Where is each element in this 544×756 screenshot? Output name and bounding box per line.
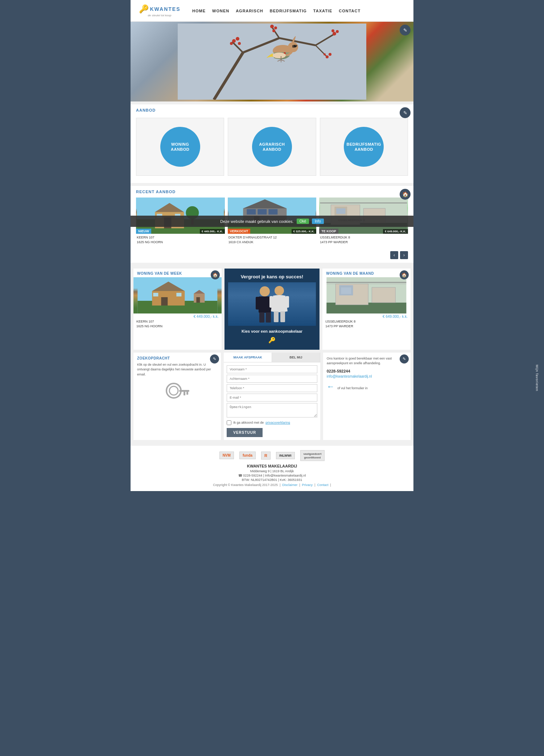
footer: NVM funda R INLWWI vastgoedcertgecertifi… [131, 446, 413, 491]
svg-point-10 [238, 42, 241, 45]
price-badge-0: € 449.000,- K.K. [200, 229, 225, 234]
aanbod-circle-bedrijfsmatig[interactable]: BEDRIJFSMATIGAANBOD [344, 127, 384, 167]
logo[interactable]: 🔑 KWANTES de sleutel tot koop [138, 4, 181, 17]
privacy-check-row: Ik ga akkoord met de privacyverklaring [227, 420, 317, 425]
nav-agrarisch[interactable]: AGRARISCH [236, 9, 263, 13]
maand-addr1: IJSSELMEERDIJK 8 [325, 319, 408, 324]
maand-house-img [322, 277, 411, 313]
cookie-text: Deze website maakt gebruik van cookies. [220, 219, 293, 224]
aanbod-card-agrarisch[interactable]: AGRARISCHAANBOD [228, 118, 316, 176]
svg-point-13 [274, 26, 277, 29]
maand-house-svg [322, 277, 411, 313]
privacy-label: Ik ga akkoord met de [233, 421, 264, 424]
funda-logo: funda [239, 452, 256, 459]
price-badge-2: € 649.000,- K.K. [383, 229, 408, 234]
edit-icon: ✎ [403, 357, 406, 361]
recent-edit-button[interactable]: 🏠 [400, 189, 411, 200]
week-edit-button[interactable]: 🏠 [211, 270, 220, 279]
svg-rect-68 [259, 296, 271, 313]
contact-email-link[interactable]: info@kwantesmakelaardij.nl [327, 374, 372, 378]
aanbod-card-woning[interactable]: WONINGAANBOD [136, 118, 224, 176]
svg-rect-62 [153, 293, 158, 296]
svg-point-67 [260, 286, 270, 296]
tab-bel-mij[interactable]: BEL MIJ [272, 353, 320, 362]
favorieten-tab[interactable]: Mijn favorieten [534, 360, 540, 396]
logo-text: KWANTES [150, 6, 181, 12]
zoekopdracht-edit-button[interactable]: ✎ [210, 354, 219, 364]
aanbod-title: AANBOD [131, 104, 413, 114]
svg-point-18 [326, 55, 329, 58]
next-arrow[interactable]: › [400, 251, 408, 259]
svg-point-19 [329, 53, 331, 56]
form-area: Ik ga akkoord met de privacyverklaring V… [224, 362, 320, 440]
svg-point-12 [270, 25, 274, 28]
footer-logos: NVM funda R INLWWI vastgoedcertgecertifi… [138, 450, 406, 461]
people-svg [245, 284, 299, 324]
recent-addr2-2: 1473 PP WARDER [320, 240, 407, 245]
aanbod-circle-woning[interactable]: WONINGAANBOD [160, 127, 200, 167]
contact-form-col: MAAK AFSPRAAK BEL MIJ Ik ga akkoord met … [224, 353, 320, 440]
email-input[interactable] [227, 394, 317, 402]
form-tabs: MAAK AFSPRAAK BEL MIJ [224, 353, 320, 362]
hero-image [131, 22, 413, 101]
nav-bedrijfsmatig[interactable]: BEDRIJFSMATIG [270, 9, 307, 13]
prev-arrow[interactable]: ‹ [390, 251, 398, 259]
r-logo: R [261, 452, 271, 460]
edit-icon: ✎ [403, 28, 407, 33]
hero-edit-button[interactable]: ✎ [400, 25, 411, 36]
svg-rect-81 [372, 287, 396, 303]
recent-card-info-0: KEERN 107 1625 NG HOORN [136, 234, 225, 246]
footer-phone: ☎ 0228-592244 | Info@kwantesmakelaardij.… [138, 474, 406, 477]
telefoon-input[interactable] [227, 384, 317, 392]
footer-privacy-link[interactable]: Privacy [302, 483, 313, 487]
promo-people-img [228, 282, 316, 326]
arrow-icon: ← [327, 382, 335, 391]
zoekopdracht-col: ✎ ZOEKOPDRACHT Klik op de sleutel en vul… [133, 353, 221, 440]
nav-home[interactable]: HOME [192, 9, 206, 13]
cookie-info-button[interactable]: Info [312, 219, 324, 224]
svg-rect-66 [196, 297, 200, 303]
verstuur-button[interactable]: VERSTUUR [227, 428, 263, 437]
nav-wonen[interactable]: WONEN [212, 9, 229, 13]
maand-addr: IJSSELMEERDIJK 8 1473 PP WARDER [322, 319, 411, 331]
lower-section: ✎ ZOEKOPDRACHT Klik op de sleutel en vul… [131, 353, 413, 443]
privacy-checkbox[interactable] [227, 420, 231, 425]
svg-rect-83 [341, 287, 351, 294]
voornaam-input[interactable] [227, 365, 317, 373]
week-title: WONING VAN DE WEEK [133, 269, 222, 277]
recent-title: RECENT AANBOD [131, 186, 413, 196]
zoekopdracht-text: Klik op de sleutel en vul een zoekopdrac… [137, 362, 217, 377]
maand-price: € 649.000,- k.k. [322, 313, 411, 319]
footer-copyright: Copyright © Kwantes Makelaardij 2017-202… [138, 483, 406, 487]
svg-rect-89 [186, 392, 188, 395]
week-addr: KEERN 107 1625 NG HOORN [133, 319, 222, 331]
aanbod-edit-button[interactable]: ✎ [400, 107, 411, 118]
contact-email[interactable]: info@kwantesmakelaardij.nl [327, 374, 407, 378]
key-icon-large[interactable] [137, 381, 217, 416]
vastgoedcert-logo: vastgoedcertgecertificeerd [300, 450, 325, 461]
aanbod-section: ✎ AANBOD WONINGAANBOD AGRARISCHAANBOD BE… [131, 104, 413, 183]
promo-col[interactable]: Vergroot je kans op succes! [224, 269, 320, 350]
svg-rect-75 [285, 296, 289, 308]
recent-addr1-1: DOKTER D'ARNAUDSTRAAT 12 [228, 235, 316, 240]
footer-contact-link[interactable]: Contact [317, 483, 328, 487]
recent-card-info-2: IJSSELMEERDIJK 8 1473 PP WARDER [319, 234, 408, 246]
hero-section: ✎ [131, 22, 413, 101]
svg-rect-45 [247, 209, 256, 215]
nav-contact[interactable]: CONTACT [339, 9, 360, 13]
tab-maak-afspraak[interactable]: MAAK AFSPRAAK [224, 353, 272, 362]
achternaam-input[interactable] [227, 375, 317, 383]
aanbod-circle-agrarisch[interactable]: AGRARISCHAANBOD [252, 127, 292, 167]
opmerkingen-input[interactable] [227, 403, 317, 418]
edit-icon: ✎ [213, 357, 216, 361]
inlwwi-logo: INLWWI [276, 452, 295, 459]
week-addr2: 1625 NG HOORN [136, 324, 219, 329]
bottom-row: 🏠 WONING VAN DE WEEK € 449.000,- k.k. [131, 266, 413, 353]
footer-disclaimer-link[interactable]: Disclaimer [282, 483, 297, 487]
cookie-ok-button[interactable]: Oké [297, 219, 309, 224]
contact-form-text-row: ← of vul het formulier in [327, 382, 407, 391]
privacy-link[interactable]: privacyverklaring [265, 421, 290, 424]
aanbod-card-bedrijfsmatig[interactable]: BEDRIJFSMATIGAANBOD [320, 118, 408, 176]
contact-edit-button[interactable]: ✎ [400, 354, 409, 364]
nav-taxatie[interactable]: TAXATIE [313, 9, 332, 13]
